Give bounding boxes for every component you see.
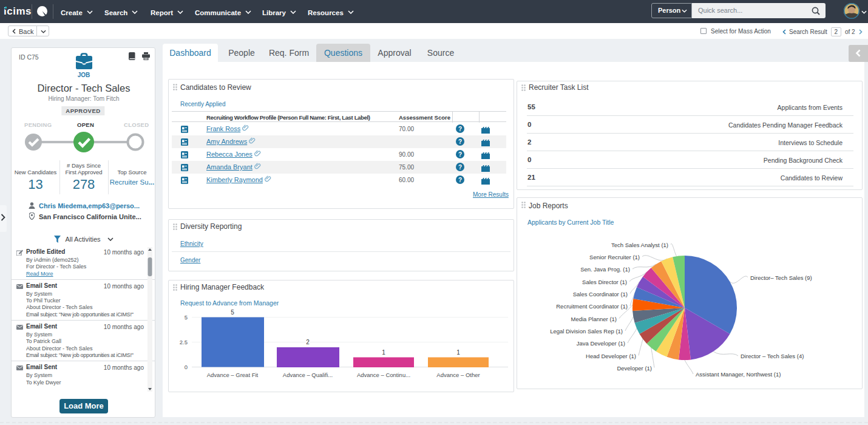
svg-text:Java Developer (1): Java Developer (1) <box>577 340 625 347</box>
svg-text:Director – Tech Sales (4): Director – Tech Sales (4) <box>741 353 804 359</box>
svg-text:Advance – Other: Advance – Other <box>436 372 480 378</box>
svg-text:?: ? <box>458 138 462 145</box>
svg-text:?: ? <box>458 126 462 132</box>
svg-text:?: ? <box>458 164 462 171</box>
svg-text:1: 1 <box>456 349 460 356</box>
svg-text:Director– Tech Sales (9): Director– Tech Sales (9) <box>750 274 812 281</box>
svg-text:Senior Recruiter (1): Senior Recruiter (1) <box>589 254 640 260</box>
svg-text:5: 5 <box>231 309 234 316</box>
svg-text:Tech Sales Analyst (1): Tech Sales Analyst (1) <box>611 242 668 248</box>
svg-text:2.5: 2.5 <box>180 339 188 345</box>
svg-text:Assistant Manager, Northwest (: Assistant Manager, Northwest (1) <box>696 371 781 378</box>
svg-text:Advance – Great Fit: Advance – Great Fit <box>207 372 259 378</box>
svg-text:2: 2 <box>306 339 310 345</box>
svg-text:1: 1 <box>382 349 385 356</box>
svg-text:Head Developer (1): Head Developer (1) <box>586 353 636 359</box>
svg-text:Sen. Java Prog. (1): Sen. Java Prog. (1) <box>580 266 630 273</box>
svg-text:5: 5 <box>185 314 188 321</box>
svg-text:Sales Director (1): Sales Director (1) <box>582 279 627 285</box>
svg-text:Sales Coordinator (1): Sales Coordinator (1) <box>573 291 628 298</box>
svg-text:0: 0 <box>185 364 188 370</box>
svg-text:Advance – Continu...: Advance – Continu... <box>357 372 410 378</box>
svg-text:Recruitment Coordinator (1): Recruitment Coordinator (1) <box>556 303 628 310</box>
svg-text:?: ? <box>458 177 462 183</box>
svg-text:Legal Division Sales Rep (1): Legal Division Sales Rep (1) <box>550 328 623 335</box>
svg-text:Advance – Qualifi...: Advance – Qualifi... <box>283 372 333 378</box>
svg-text:Media Planner (1): Media Planner (1) <box>571 316 617 322</box>
svg-text:Developer (1): Developer (1) <box>617 365 652 372</box>
svg-text:?: ? <box>458 151 462 158</box>
